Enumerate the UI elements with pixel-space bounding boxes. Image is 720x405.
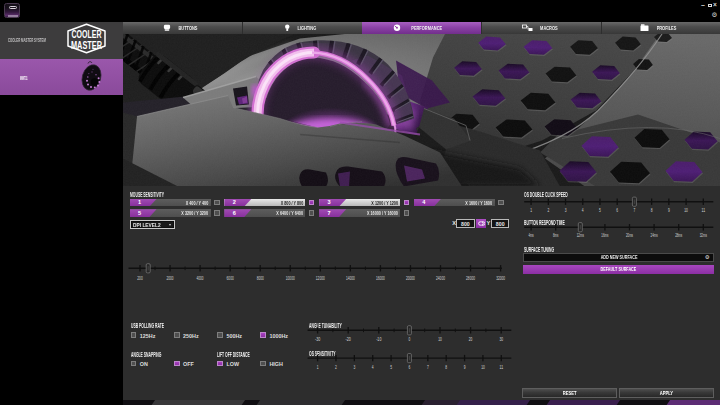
svg-text:16ms: 16ms [601,233,609,238]
svg-text:10: 10 [684,208,688,213]
svg-text:7: 7 [427,365,429,370]
svg-text:14000: 14000 [346,276,355,281]
svg-text:3: 3 [565,208,567,213]
svg-text:24000: 24000 [436,276,445,281]
svg-text:11: 11 [702,208,706,213]
svg-text:10: 10 [438,337,442,342]
svg-text:9: 9 [668,208,670,213]
svg-text:16000: 16000 [376,276,385,281]
svg-text:32ms: 32ms [700,233,708,238]
svg-text:20: 20 [469,337,473,342]
svg-text:20000: 20000 [406,276,415,281]
svg-text:10: 10 [481,365,485,370]
svg-text:-10: -10 [376,337,382,342]
svg-text:11: 11 [500,365,504,370]
svg-text:7: 7 [634,208,636,213]
svg-text:4: 4 [582,208,584,213]
svg-text:30: 30 [499,337,503,342]
svg-text:28ms: 28ms [675,233,683,238]
svg-text:32000: 32000 [496,276,505,281]
svg-text:5: 5 [390,365,392,370]
svg-text:2: 2 [335,365,337,370]
svg-text:COOLER: COOLER [72,29,102,40]
svg-text:28000: 28000 [466,276,475,281]
svg-text:8: 8 [445,365,447,370]
svg-text:20ms: 20ms [626,233,634,238]
svg-text:-20: -20 [346,337,352,342]
svg-text:5: 5 [599,208,601,213]
svg-text:0: 0 [409,337,411,342]
svg-text:4ms: 4ms [528,233,534,238]
svg-text:24ms: 24ms [651,233,659,238]
svg-text:6: 6 [616,208,618,213]
svg-text:9: 9 [464,365,466,370]
svg-text:8ms: 8ms [553,233,559,238]
svg-text:12ms: 12ms [577,233,585,238]
svg-text:1: 1 [530,208,532,213]
svg-text:10000: 10000 [286,276,295,281]
svg-text:-30: -30 [315,337,321,342]
svg-text:8: 8 [651,208,653,213]
svg-text:8000: 8000 [257,276,264,281]
svg-text:3: 3 [353,365,355,370]
svg-text:200: 200 [137,276,143,281]
svg-text:6: 6 [409,365,411,370]
svg-text:4000: 4000 [197,276,204,281]
svg-text:MASTER: MASTER [71,40,102,51]
svg-text:6000: 6000 [227,276,234,281]
svg-text:4: 4 [372,365,374,370]
svg-text:2000: 2000 [167,276,174,281]
svg-text:12000: 12000 [316,276,325,281]
svg-text:1: 1 [317,365,319,370]
svg-text:2: 2 [547,208,549,213]
